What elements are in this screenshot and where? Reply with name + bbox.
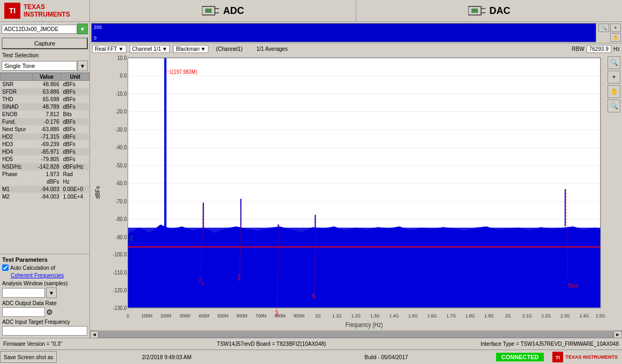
- mini-waveform: [92, 24, 596, 42]
- dac-tab[interactable]: DAC: [356, 0, 622, 21]
- channel-select[interactable]: Channel 1/1 ▼: [130, 45, 170, 53]
- scroll-left-btn[interactable]: ◄: [90, 331, 99, 338]
- metric-unit: dBFs: [61, 88, 89, 96]
- metric-unit: dBFs/Hz: [61, 163, 89, 171]
- adc-icon: [202, 3, 219, 18]
- hand-tool-btn[interactable]: ✋: [608, 85, 620, 98]
- status-bar-bottom: Save Screen shot as 2/2/2018 9:49:03 AM …: [0, 350, 622, 364]
- metric-unit: 0.00E+0: [61, 186, 89, 193]
- metric-unit: dBFs: [61, 133, 89, 141]
- svg-text:1.4G: 1.4G: [389, 313, 399, 318]
- svg-text:2.1G: 2.1G: [522, 313, 532, 318]
- metric-name: THD: [1, 96, 33, 103]
- metric-name: [1, 178, 33, 186]
- capture-button[interactable]: Capture: [2, 37, 88, 49]
- svg-text:2.5G: 2.5G: [596, 313, 605, 318]
- coherent-frequencies-link[interactable]: Coherent Frequencies: [11, 272, 64, 278]
- chart-scrollbar-row: ◄ ►: [90, 330, 622, 338]
- metric-value: -71.315: [32, 133, 61, 141]
- svg-text:600M: 600M: [236, 313, 247, 318]
- minus-tool-btn[interactable]: 🔍: [608, 100, 620, 112]
- svg-rect-12: [92, 37, 596, 42]
- svg-text:0.0: 0.0: [120, 72, 127, 79]
- build-display: Build - 05/04/2017: [276, 354, 496, 360]
- scroll-right-btn[interactable]: ►: [613, 331, 622, 338]
- metric-name: Next Spur: [1, 126, 33, 133]
- svg-text:-40.0: -40.0: [116, 145, 127, 151]
- svg-text:1.8G: 1.8G: [466, 313, 475, 318]
- adc-tab[interactable]: ADC: [90, 0, 356, 21]
- metric-value: 7.812: [32, 111, 61, 118]
- analysis-window-input[interactable]: 65536: [2, 288, 45, 298]
- metrics-col-unit: Unit: [61, 73, 89, 81]
- table-row: M1 -94.003 0.00E+0: [1, 186, 89, 193]
- rbw-container: RBW 76293.9 Hz: [572, 45, 620, 53]
- hand-icon-btn-top[interactable]: ✋: [610, 33, 621, 42]
- firmware-version: Firmware Version = "0.3": [3, 341, 62, 347]
- analysis-window-label: Analysis Window (samples): [2, 280, 87, 286]
- data-rate-input[interactable]: 5G: [2, 307, 45, 317]
- ti-logo-icon: TI: [4, 3, 20, 19]
- metric-value: -69.239: [32, 141, 61, 148]
- metric-value: 63.886: [32, 88, 61, 96]
- table-row: HD3 -69.239 dBFs: [1, 141, 89, 148]
- gear-icon-btn[interactable]: ⚙: [46, 308, 53, 316]
- zoom-tool-btn[interactable]: 🔍: [608, 56, 620, 69]
- y-axis-label-container: dBFs: [90, 55, 106, 330]
- svg-text:-130.0: -130.0: [113, 305, 127, 311]
- metric-unit: Rad: [61, 171, 89, 178]
- input-freq-input[interactable]: 197.970000000M: [2, 326, 87, 336]
- table-row: SNR 48.866 dBFs: [1, 81, 89, 88]
- metric-unit: dBFs: [61, 81, 89, 88]
- device-select-box[interactable]: ADC12DJx00_JMODE: [2, 25, 77, 34]
- auto-calc-row: Auto Calculation of: [2, 264, 87, 271]
- metrics-col-name: [1, 73, 33, 81]
- data-rate-row: 5G ⚙: [2, 307, 87, 317]
- table-row: HD5 -79.805 dBFs: [1, 156, 89, 163]
- rbw-unit: Hz: [613, 46, 620, 52]
- fft-type-select[interactable]: Real FFT ▼: [92, 45, 126, 53]
- metric-name: NSD/Hz: [1, 163, 33, 171]
- codes-top-label: 255: [94, 25, 102, 30]
- test-selection-dropdown[interactable]: ▼: [77, 60, 88, 71]
- svg-text:2.4G: 2.4G: [580, 313, 589, 318]
- save-screenshot-btn[interactable]: Save Screen shot as: [0, 351, 57, 363]
- plus-tool-btn[interactable]: +: [608, 71, 620, 84]
- svg-text:-100.0: -100.0: [113, 252, 127, 258]
- svg-text:1.1G: 1.1G: [332, 313, 342, 318]
- window-select[interactable]: Blackman ▼: [173, 45, 208, 53]
- svg-text:+: +: [312, 292, 314, 298]
- svg-text:200M: 200M: [160, 313, 171, 318]
- ti-logo-bottom: TI TEXAS INSTRUMENTS: [548, 352, 622, 362]
- test-selection-input[interactable]: Single Tone: [2, 61, 77, 71]
- metric-unit: dBFs: [61, 103, 89, 111]
- auto-calc-checkbox[interactable]: [2, 264, 9, 271]
- metric-unit: Bits: [61, 111, 89, 118]
- chart-scrollbar[interactable]: [99, 331, 613, 338]
- metric-value: 65.698: [32, 96, 61, 103]
- table-row: HD4 -85.971 dBFs: [1, 148, 89, 156]
- adc-tab-content: ADC: [202, 3, 244, 18]
- metric-name: Fund.: [1, 118, 33, 126]
- metric-unit: dBFs: [61, 118, 89, 126]
- plus-btn-top[interactable]: +: [610, 24, 621, 32]
- metrics-table-container: Value Unit SNR 48.866 dBFs SFDR 63.886 d…: [0, 72, 89, 254]
- device-selector: ADC12DJx00_JMODE ▼: [0, 22, 89, 36]
- left-panel: ADC12DJx00_JMODE ▼ Capture Test Selectio…: [0, 22, 90, 338]
- metric-name: SINAD: [1, 103, 33, 111]
- analysis-window-dropdown[interactable]: ▼: [46, 287, 57, 298]
- metric-name: Phase: [1, 171, 33, 178]
- device-dropdown-btn[interactable]: ▼: [77, 24, 88, 34]
- metric-value: -85.971: [32, 148, 61, 156]
- metric-value: 48.866: [32, 81, 61, 88]
- zoom-icon-btn[interactable]: 🔍: [598, 24, 609, 32]
- metric-unit: Hz: [61, 178, 89, 186]
- svg-text:-70.0: -70.0: [116, 198, 127, 204]
- test-params: Test Parameters Auto Calculation of Cohe…: [0, 254, 89, 338]
- table-row: SINAD 48.789 dBFs: [1, 103, 89, 111]
- metric-name: HD3: [1, 141, 33, 148]
- metrics-tbody: SNR 48.866 dBFs SFDR 63.886 dBFs THD 65.…: [1, 81, 89, 201]
- svg-text:-60.0: -60.0: [116, 180, 127, 187]
- rbw-value-box: 76293.9: [587, 45, 611, 53]
- chart-right-tools: 🔍 + ✋: [598, 24, 621, 42]
